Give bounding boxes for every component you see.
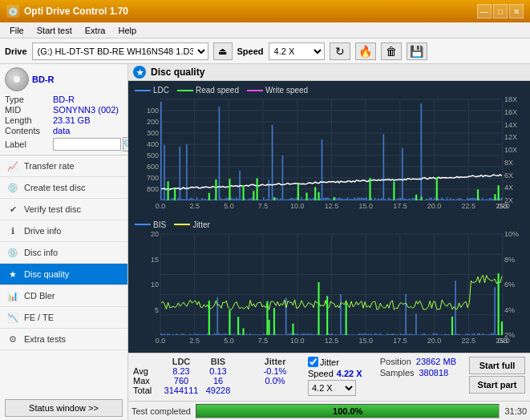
disc-type-badge: BD-R bbox=[32, 75, 55, 84]
bottom-bar: Test completed 100.0% 31:30 bbox=[128, 401, 530, 420]
max-label: Max bbox=[133, 376, 162, 386]
chart-header: ★ Disc quality bbox=[128, 64, 530, 81]
sidebar-item-disc-quality[interactable]: ★ Disc quality bbox=[0, 264, 127, 285]
type-value: BD-R bbox=[53, 95, 75, 104]
menu-extra[interactable]: Extra bbox=[79, 24, 112, 37]
speed-label: Speed bbox=[237, 46, 264, 56]
status-window-button[interactable]: Status window >> bbox=[5, 399, 123, 417]
position-value: 23862 MB bbox=[416, 357, 456, 366]
cd-bler-icon: 📊 bbox=[6, 289, 19, 302]
start-part-button[interactable]: Start part bbox=[469, 376, 525, 394]
speed-select[interactable]: 4.2 X bbox=[269, 42, 325, 60]
length-value: 23.31 GB bbox=[53, 115, 90, 125]
bottom-chart-legend: BIS Jitter bbox=[131, 219, 527, 231]
charts-area: LDC Read speed Write speed bbox=[128, 81, 530, 353]
jitter-color bbox=[174, 224, 190, 225]
disc-quality-icon: ★ bbox=[6, 268, 19, 281]
save-button[interactable]: 💾 bbox=[407, 42, 427, 60]
start-full-button[interactable]: Start full bbox=[469, 357, 525, 374]
nav-label-extra-tests: Extra tests bbox=[24, 334, 66, 344]
bis-label: BIS bbox=[153, 220, 166, 229]
mid-value: SONYNN3 (002) bbox=[53, 105, 119, 115]
length-label: Length bbox=[5, 115, 53, 125]
drive-select[interactable]: (G:) HL-DT-ST BD-RE WH16NS48 1.D3 bbox=[32, 42, 208, 60]
jitter-checkbox[interactable] bbox=[308, 357, 318, 367]
contents-value: data bbox=[53, 126, 70, 135]
avg-jitter: -0.1% bbox=[255, 366, 295, 376]
nav-label-create-test-disc: Create test disc bbox=[24, 183, 85, 192]
ldc-color bbox=[135, 90, 151, 91]
sidebar-item-transfer-rate[interactable]: 📈 Transfer rate bbox=[0, 155, 127, 177]
max-jitter: 0.0% bbox=[255, 376, 295, 386]
drive-info-icon: ℹ bbox=[6, 224, 19, 237]
eject-button[interactable]: ⏏ bbox=[213, 42, 233, 60]
jitter-label: Jitter bbox=[192, 220, 210, 229]
position-row: Position 23862 MB bbox=[380, 357, 456, 366]
titlebar-left: 💿 Opti Drive Control 1.70 bbox=[6, 5, 128, 18]
total-ldc: 3144111 bbox=[164, 386, 199, 395]
menu-start-test[interactable]: Start test bbox=[30, 24, 79, 37]
speed-jitter-section: Jitter Speed 4.22 X 4.2 X bbox=[308, 357, 362, 396]
ldc-label: LDC bbox=[153, 86, 169, 95]
create-test-disc-icon: 💿 bbox=[6, 181, 19, 194]
nav-label-disc-info: Disc info bbox=[24, 248, 58, 257]
total-label: Total bbox=[133, 386, 162, 395]
nav-label-disc-quality: Disc quality bbox=[24, 269, 69, 279]
bis-legend: BIS bbox=[135, 220, 166, 229]
ldc-legend: LDC bbox=[135, 86, 169, 95]
sidebar-item-disc-info[interactable]: 💿 Disc info bbox=[0, 242, 127, 264]
speed-static-label: Speed bbox=[308, 369, 334, 378]
jitter-checkbox-item[interactable]: Jitter bbox=[308, 357, 362, 367]
sidebar-item-extra-tests[interactable]: ⚙ Extra tests bbox=[0, 329, 127, 350]
window-controls[interactable]: — □ ✕ bbox=[477, 4, 524, 18]
burn-button[interactable]: 🔥 bbox=[355, 42, 376, 60]
max-ldc: 760 bbox=[164, 376, 199, 386]
write-color bbox=[247, 90, 263, 91]
read-color bbox=[177, 90, 193, 91]
verify-test-disc-icon: ✔ bbox=[6, 203, 19, 216]
samples-value: 380818 bbox=[419, 368, 449, 378]
jitter-header: Jitter bbox=[255, 357, 295, 366]
menubar: File Start test Extra Help bbox=[0, 22, 530, 38]
read-label: Read speed bbox=[196, 86, 239, 95]
progress-bar-container: 100.0% bbox=[196, 404, 500, 418]
start-buttons: Start full Start part bbox=[469, 357, 525, 394]
maximize-button[interactable]: □ bbox=[493, 4, 508, 18]
jitter-checkbox-label: Jitter bbox=[320, 357, 339, 367]
sidebar-item-fe-te[interactable]: 📉 FE / TE bbox=[0, 307, 127, 329]
refresh-button[interactable]: ↻ bbox=[330, 42, 350, 60]
disc-label-row: Label 🔍 bbox=[5, 137, 123, 151]
stats-bar: LDC BIS Jitter Avg 8.23 0.13 -0.1% Max 7… bbox=[128, 353, 530, 401]
sidebar-item-drive-info[interactable]: ℹ Drive info bbox=[0, 220, 127, 242]
status-text: Test completed bbox=[131, 406, 191, 416]
write-label: Write speed bbox=[265, 86, 308, 95]
titlebar: 💿 Opti Drive Control 1.70 — □ ✕ bbox=[0, 0, 530, 22]
total-bis: 49228 bbox=[200, 386, 236, 395]
transfer-rate-icon: 📈 bbox=[6, 160, 19, 172]
sidebar-item-create-test-disc[interactable]: 💿 Create test disc bbox=[0, 177, 127, 199]
minimize-button[interactable]: — bbox=[477, 4, 492, 18]
menu-help[interactable]: Help bbox=[111, 24, 143, 37]
bottom-chart-canvas bbox=[131, 231, 527, 349]
speed-avg-value: 4.22 X bbox=[337, 369, 362, 378]
sidebar-item-cd-bler[interactable]: 📊 CD Bler bbox=[0, 285, 127, 307]
nav-label-fe-te: FE / TE bbox=[24, 313, 54, 322]
top-chart-canvas bbox=[131, 96, 527, 215]
mid-label: MID bbox=[5, 105, 53, 115]
label-label: Label bbox=[5, 139, 53, 149]
label-input[interactable] bbox=[53, 138, 121, 151]
fe-te-icon: 📉 bbox=[6, 311, 19, 324]
speed-select-stats[interactable]: 4.2 X bbox=[308, 380, 356, 396]
jitter-legend: Jitter bbox=[174, 220, 210, 229]
sidebar-item-verify-test-disc[interactable]: ✔ Verify test disc bbox=[0, 199, 127, 220]
time-text: 31:30 bbox=[504, 406, 527, 416]
drive-label: Drive bbox=[5, 46, 27, 56]
samples-label: Samples bbox=[380, 368, 415, 378]
chart-header-icon: ★ bbox=[133, 66, 146, 79]
app-title: Opti Drive Control 1.70 bbox=[24, 6, 128, 17]
menu-file[interactable]: File bbox=[3, 24, 30, 37]
erase-button[interactable]: 🗑 bbox=[381, 42, 402, 60]
close-button[interactable]: ✕ bbox=[509, 4, 524, 18]
speed-row: Speed 4.22 X bbox=[308, 369, 362, 378]
avg-bis: 0.13 bbox=[200, 366, 236, 376]
